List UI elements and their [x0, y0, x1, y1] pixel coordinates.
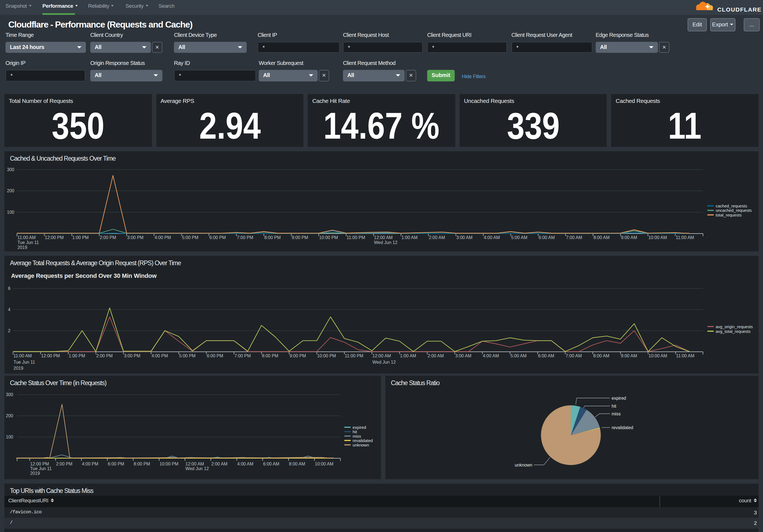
svg-text:1:00 AM: 1:00 AM — [400, 353, 416, 358]
svg-text:2:00 AM: 2:00 AM — [429, 235, 445, 240]
svg-text:Tue Jun 11: Tue Jun 11 — [17, 240, 39, 245]
svg-text:3:00 PM: 3:00 PM — [127, 235, 144, 240]
svg-text:11:00 AM: 11:00 AM — [14, 353, 32, 358]
svg-text:expired: expired — [611, 396, 626, 400]
svg-text:8:00 PM: 8:00 PM — [134, 462, 150, 466]
svg-text:Tue Jun 11: Tue Jun 11 — [30, 466, 52, 471]
svg-text:7:00 PM: 7:00 PM — [234, 353, 251, 358]
svg-text:2:00 PM: 2:00 PM — [56, 462, 72, 466]
svg-text:200: 200 — [6, 413, 13, 418]
svg-text:7:00 AM: 7:00 AM — [566, 353, 582, 358]
svg-text:11:00 PM: 11:00 PM — [347, 235, 365, 240]
svg-text:12:00 AM: 12:00 AM — [373, 353, 391, 358]
svg-text:avg_total_requests: avg_total_requests — [716, 329, 751, 334]
svg-text:8:00 PM: 8:00 PM — [264, 235, 281, 240]
svg-text:6:00 AM: 6:00 AM — [263, 462, 279, 466]
svg-text:4:00 PM: 4:00 PM — [152, 353, 168, 358]
svg-text:12:00 AM: 12:00 AM — [185, 462, 204, 466]
svg-text:Wed Jun 12: Wed Jun 12 — [185, 466, 209, 471]
svg-text:8:00 AM: 8:00 AM — [289, 462, 305, 466]
svg-text:8:00 AM: 8:00 AM — [593, 353, 609, 358]
svg-text:3:00 PM: 3:00 PM — [124, 353, 140, 358]
svg-text:2019: 2019 — [17, 245, 27, 250]
svg-text:4:00 AM: 4:00 AM — [483, 353, 499, 358]
svg-text:100: 100 — [7, 210, 14, 215]
svg-text:9:00 PM: 9:00 PM — [289, 353, 306, 358]
svg-text:10:00 PM: 10:00 PM — [160, 462, 178, 466]
svg-text:2:00 PM: 2:00 PM — [100, 235, 116, 240]
svg-text:11:00 AM: 11:00 AM — [676, 353, 694, 358]
svg-text:1:00 AM: 1:00 AM — [401, 235, 418, 240]
svg-text:2:00 AM: 2:00 AM — [211, 462, 228, 466]
svg-text:10:00 AM: 10:00 AM — [648, 235, 667, 240]
svg-text:300: 300 — [7, 167, 14, 172]
svg-text:Wed Jun 12: Wed Jun 12 — [374, 240, 397, 245]
svg-text:4:00 PM: 4:00 PM — [82, 462, 98, 466]
svg-text:hit: hit — [353, 429, 357, 434]
svg-text:Wed Jun 12: Wed Jun 12 — [373, 360, 396, 365]
svg-text:hit: hit — [611, 404, 616, 408]
svg-text:3:00 AM: 3:00 AM — [455, 353, 472, 358]
svg-text:8:00 PM: 8:00 PM — [262, 353, 278, 358]
svg-text:5:00 PM: 5:00 PM — [179, 353, 196, 358]
svg-text:6: 6 — [8, 286, 10, 291]
svg-text:miss: miss — [353, 434, 361, 438]
svg-text:6:00 AM: 6:00 AM — [539, 235, 555, 240]
svg-text:5:00 AM: 5:00 AM — [511, 235, 527, 240]
svg-text:avg_origin_requests: avg_origin_requests — [716, 324, 753, 329]
svg-text:2: 2 — [8, 328, 10, 333]
svg-text:miss: miss — [611, 411, 621, 416]
svg-text:unknown: unknown — [515, 463, 532, 467]
svg-text:4:00 AM: 4:00 AM — [484, 235, 500, 240]
svg-text:cached_requests: cached_requests — [716, 204, 747, 208]
svg-text:11:00 AM: 11:00 AM — [17, 235, 36, 240]
svg-text:unknown: unknown — [353, 443, 369, 447]
svg-text:10:00 AM: 10:00 AM — [648, 353, 667, 358]
svg-text:5:00 PM: 5:00 PM — [182, 235, 198, 240]
svg-text:6:00 PM: 6:00 PM — [209, 235, 226, 240]
svg-text:11:00 AM: 11:00 AM — [676, 235, 694, 240]
svg-text:1:00 PM: 1:00 PM — [72, 235, 89, 240]
svg-text:300: 300 — [6, 392, 13, 397]
svg-text:1:00 PM: 1:00 PM — [69, 353, 85, 358]
svg-text:6:00 PM: 6:00 PM — [207, 353, 223, 358]
svg-text:10:00 AM: 10:00 AM — [315, 462, 334, 466]
svg-text:uncached_requests: uncached_requests — [716, 208, 752, 213]
svg-text:9:00 AM: 9:00 AM — [621, 353, 637, 358]
svg-text:3:00 AM: 3:00 AM — [456, 235, 473, 240]
svg-text:5:00 AM: 5:00 AM — [510, 353, 527, 358]
svg-text:Tue Jun 11: Tue Jun 11 — [14, 360, 35, 365]
svg-text:6:00 PM: 6:00 PM — [108, 462, 124, 466]
svg-text:7:00 PM: 7:00 PM — [237, 235, 253, 240]
svg-text:6:00 AM: 6:00 AM — [538, 353, 554, 358]
svg-text:10:00 PM: 10:00 PM — [317, 353, 336, 358]
svg-text:2:00 AM: 2:00 AM — [428, 353, 444, 358]
svg-text:200: 200 — [7, 188, 14, 193]
svg-text:12:00 PM: 12:00 PM — [45, 235, 63, 240]
svg-text:2019: 2019 — [30, 471, 40, 476]
svg-text:12:00 PM: 12:00 PM — [41, 353, 60, 358]
svg-text:revalidated: revalidated — [353, 438, 373, 443]
svg-text:expired: expired — [353, 425, 366, 430]
svg-text:2019: 2019 — [14, 366, 23, 371]
svg-text:9:00 PM: 9:00 PM — [292, 235, 308, 240]
svg-text:2:00 PM: 2:00 PM — [96, 353, 113, 358]
svg-text:7:00 AM: 7:00 AM — [566, 235, 582, 240]
svg-text:4: 4 — [8, 307, 10, 312]
svg-text:total_requests: total_requests — [716, 213, 741, 217]
svg-text:11:00 PM: 11:00 PM — [345, 353, 363, 358]
svg-text:4:00 PM: 4:00 PM — [155, 235, 171, 240]
svg-text:12:00 AM: 12:00 AM — [374, 235, 393, 240]
svg-text:4:00 AM: 4:00 AM — [237, 462, 254, 466]
svg-text:100: 100 — [6, 435, 13, 439]
svg-text:12:00 PM: 12:00 PM — [30, 462, 49, 466]
svg-text:10:00 PM: 10:00 PM — [319, 235, 338, 240]
svg-text:8:00 AM: 8:00 AM — [594, 235, 610, 240]
svg-text:revalidated: revalidated — [611, 425, 633, 430]
svg-text:9:00 AM: 9:00 AM — [621, 235, 637, 240]
